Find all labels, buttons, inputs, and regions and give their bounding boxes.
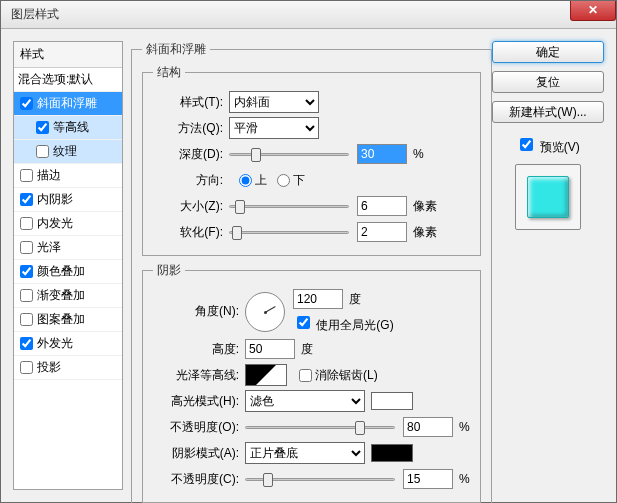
style-item-3[interactable]: 描边 [14, 164, 122, 188]
shadow-opacity-input[interactable] [403, 469, 453, 489]
style-item-7[interactable]: 颜色叠加 [14, 260, 122, 284]
style-checkbox-4[interactable] [20, 193, 33, 206]
style-label-6: 光泽 [37, 239, 61, 256]
style-label-9: 图案叠加 [37, 311, 85, 328]
soften-input[interactable] [357, 222, 407, 242]
shadow-opacity-label: 不透明度(C): [153, 471, 239, 488]
styles-header: 样式 [14, 42, 122, 68]
style-item-4[interactable]: 内阴影 [14, 188, 122, 212]
depth-slider[interactable] [229, 144, 349, 164]
highlight-mode-label: 高光模式(H): [153, 393, 239, 410]
direction-down-label: 下 [293, 172, 305, 189]
style-select[interactable]: 内斜面 [229, 91, 319, 113]
style-checkbox-3[interactable] [20, 169, 33, 182]
blend-options-label: 混合选项:默认 [18, 71, 93, 88]
style-item-0[interactable]: 斜面和浮雕 [14, 92, 122, 116]
style-checkbox-11[interactable] [20, 361, 33, 374]
global-light-checkbox[interactable] [297, 316, 310, 329]
new-style-button[interactable]: 新建样式(W)... [492, 101, 604, 123]
close-button[interactable]: ✕ [570, 1, 616, 21]
shadow-opacity-unit: % [459, 472, 470, 486]
style-checkbox-2[interactable] [36, 145, 49, 158]
altitude-input[interactable] [245, 339, 295, 359]
style-label: 样式(T): [153, 94, 223, 111]
shadow-mode-label: 阴影模式(A): [153, 445, 239, 462]
shadow-opacity-slider[interactable] [245, 469, 395, 489]
style-item-8[interactable]: 渐变叠加 [14, 284, 122, 308]
preview-checkbox[interactable] [520, 138, 533, 151]
size-unit: 像素 [413, 198, 437, 215]
bevel-legend: 斜面和浮雕 [142, 41, 210, 58]
gloss-label: 光泽等高线: [153, 367, 239, 384]
style-checkbox-9[interactable] [20, 313, 33, 326]
style-checkbox-5[interactable] [20, 217, 33, 230]
altitude-unit: 度 [301, 341, 313, 358]
highlight-opacity-slider[interactable] [245, 417, 395, 437]
depth-label: 深度(D): [153, 146, 223, 163]
style-checkbox-1[interactable] [36, 121, 49, 134]
highlight-opacity-label: 不透明度(O): [153, 419, 239, 436]
technique-label: 方法(Q): [153, 120, 223, 137]
soften-slider[interactable] [229, 222, 349, 242]
bevel-group: 斜面和浮雕 结构 样式(T): 内斜面 方法(Q): 平滑 深度(D): [131, 41, 492, 503]
style-checkbox-7[interactable] [20, 265, 33, 278]
direction-label: 方向: [153, 172, 223, 189]
highlight-mode-select[interactable]: 滤色 [245, 390, 365, 412]
titlebar: 图层样式 ✕ [1, 1, 616, 29]
structure-legend: 结构 [153, 64, 185, 81]
style-label-7: 颜色叠加 [37, 263, 85, 280]
antialias-checkbox[interactable] [299, 369, 312, 382]
right-panel: 确定 复位 新建样式(W)... 预览(V) [492, 41, 604, 230]
shading-group: 阴影 角度(N): 度 使用全局光(G) [142, 262, 481, 503]
style-checkbox-8[interactable] [20, 289, 33, 302]
angle-unit: 度 [349, 291, 361, 308]
styles-list: 样式 混合选项:默认 斜面和浮雕等高线纹理描边内阴影内发光光泽颜色叠加渐变叠加图… [13, 41, 123, 490]
preview-box [515, 164, 581, 230]
style-checkbox-6[interactable] [20, 241, 33, 254]
soften-unit: 像素 [413, 224, 437, 241]
cancel-button[interactable]: 复位 [492, 71, 604, 93]
angle-input[interactable] [293, 289, 343, 309]
depth-unit: % [413, 147, 424, 161]
angle-dial[interactable] [245, 292, 285, 332]
style-label-8: 渐变叠加 [37, 287, 85, 304]
main-panel: 斜面和浮雕 结构 样式(T): 内斜面 方法(Q): 平滑 深度(D): [131, 41, 482, 490]
depth-input[interactable] [357, 144, 407, 164]
technique-select[interactable]: 平滑 [229, 117, 319, 139]
gloss-contour-picker[interactable] [245, 364, 287, 386]
style-label-3: 描边 [37, 167, 61, 184]
style-item-5[interactable]: 内发光 [14, 212, 122, 236]
preview-label: 预览(V) [540, 140, 580, 154]
style-label-5: 内发光 [37, 215, 73, 232]
style-label-1: 等高线 [53, 119, 89, 136]
style-item-6[interactable]: 光泽 [14, 236, 122, 260]
dialog-content: 样式 混合选项:默认 斜面和浮雕等高线纹理描边内阴影内发光光泽颜色叠加渐变叠加图… [1, 29, 616, 502]
direction-up-radio[interactable] [239, 174, 252, 187]
style-item-1[interactable]: 等高线 [14, 116, 122, 140]
global-light-label: 使用全局光(G) [316, 318, 393, 332]
style-label-11: 投影 [37, 359, 61, 376]
style-label-2: 纹理 [53, 143, 77, 160]
layer-style-dialog: 图层样式 ✕ 样式 混合选项:默认 斜面和浮雕等高线纹理描边内阴影内发光光泽颜色… [0, 0, 617, 503]
direction-down-radio[interactable] [277, 174, 290, 187]
style-checkbox-0[interactable] [20, 97, 33, 110]
soften-label: 软化(F): [153, 224, 223, 241]
ok-button[interactable]: 确定 [492, 41, 604, 63]
style-item-9[interactable]: 图案叠加 [14, 308, 122, 332]
highlight-opacity-input[interactable] [403, 417, 453, 437]
size-label: 大小(Z): [153, 198, 223, 215]
style-item-10[interactable]: 外发光 [14, 332, 122, 356]
blend-options-item[interactable]: 混合选项:默认 [14, 68, 122, 92]
highlight-color-swatch[interactable] [371, 392, 413, 410]
shadow-mode-select[interactable]: 正片叠底 [245, 442, 365, 464]
style-checkbox-10[interactable] [20, 337, 33, 350]
size-slider[interactable] [229, 196, 349, 216]
shadow-color-swatch[interactable] [371, 444, 413, 462]
size-input[interactable] [357, 196, 407, 216]
style-label-0: 斜面和浮雕 [37, 95, 97, 112]
window-title: 图层样式 [1, 6, 59, 23]
antialias-label: 消除锯齿(L) [315, 367, 378, 384]
style-item-2[interactable]: 纹理 [14, 140, 122, 164]
style-item-11[interactable]: 投影 [14, 356, 122, 380]
angle-label: 角度(N): [153, 303, 239, 320]
